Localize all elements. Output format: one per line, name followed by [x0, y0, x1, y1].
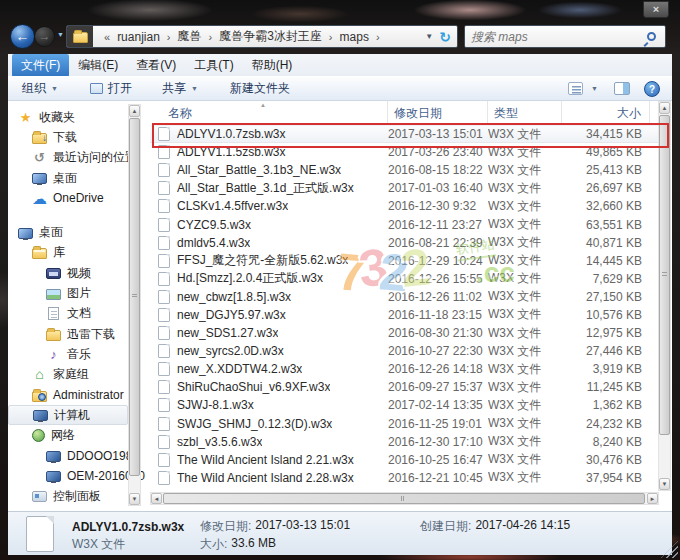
file-date: 2016-12-30 9:32 [388, 199, 488, 213]
file-type: W3X 文件 [488, 234, 562, 251]
search-icon[interactable] [647, 32, 656, 41]
organize-button[interactable]: 组织 ▼ [16, 77, 64, 100]
menu-item[interactable]: 查看(V) [127, 54, 185, 77]
preview-pane-icon[interactable] [614, 82, 630, 95]
table-row[interactable]: All_Star_Battle_3.1b3_NE.w3x 2016-08-15 … [150, 161, 658, 179]
history-dropdown-icon[interactable]: ▼ [57, 31, 64, 38]
sidebar-vertical-scrollbar[interactable]: ▲ ▼ [128, 104, 141, 506]
scrollbar-thumb[interactable] [163, 493, 645, 504]
scroll-up-button[interactable]: ▲ [129, 105, 140, 117]
table-row[interactable]: ShiRuChaoShui_v6.9XF.w3x 2016-09-27 15:3… [150, 378, 658, 396]
table-row[interactable]: CLSKv1.4.5ffver.w3x 2016-12-30 9:32 W3X … [150, 197, 658, 215]
file-date: 2016-12-26 11:02 [388, 290, 488, 304]
scroll-down-button[interactable]: ▼ [129, 493, 140, 505]
table-row[interactable]: new_syrcs2.0D.w3x 2016-10-27 22:30 W3X 文… [150, 342, 658, 360]
scroll-down-button[interactable]: ▼ [659, 478, 670, 490]
file-icon [158, 344, 170, 358]
file-type: W3X 文件 [488, 198, 562, 215]
breadcrumb-item[interactable]: ruanjian [115, 30, 162, 44]
menu-item[interactable]: 编辑(E) [69, 54, 127, 77]
file-name: szbl_v3.5.6.w3x [177, 435, 262, 449]
open-button[interactable]: 打开 [84, 77, 138, 100]
file-icon [158, 272, 170, 286]
file-type: W3X 文件 [488, 306, 562, 323]
address-dropdown-icon[interactable]: ▼ [419, 32, 439, 41]
address-bar[interactable]: « ruanjian › 魔兽 › 魔兽争霸3冰封王座 › [66, 25, 458, 48]
table-row[interactable]: new_DGJY5.97.w3x 2016-11-18 23:15 W3X 文件… [150, 306, 658, 324]
search-input[interactable] [471, 30, 647, 44]
close-button[interactable]: × [643, 1, 669, 18]
table-row[interactable]: Hd.[Smzz].2.0.4正式版.w3x 2016-12-26 15:55 … [150, 270, 658, 288]
back-button[interactable]: ← [10, 24, 35, 49]
selected-file-name: ADLYV1.0.7zsb.w3x [72, 520, 200, 534]
new-folder-button[interactable]: 新建文件夹 [224, 77, 296, 100]
table-row[interactable]: ADLYV1.1.5zsb.w3x 2017-03-26 23:40 W3X 文… [150, 143, 658, 161]
help-icon[interactable]: ? [644, 81, 660, 97]
file-name: new_DGJY5.97.w3x [177, 308, 286, 322]
file-type: W3X 文件 [488, 433, 562, 450]
table-row[interactable]: The Wild Ancient Island 2.28.w3x 2016-12… [150, 469, 658, 487]
scroll-left-button[interactable]: ◄ [151, 493, 162, 504]
file-icon [158, 236, 170, 250]
column-header-name[interactable]: 名称 ▲ [150, 101, 388, 125]
sidebar-item-icon [18, 228, 33, 239]
file-size: 14,445 KB [562, 254, 650, 268]
address-folder-badge [67, 26, 93, 47]
list-horizontal-scrollbar[interactable]: ◄ ► [150, 492, 659, 505]
column-header-size[interactable]: 大小 [562, 101, 650, 125]
scroll-up-button[interactable]: ▲ [659, 102, 670, 114]
list-vertical-scrollbar[interactable]: ▲ ▼ [658, 101, 671, 491]
scrollbar-thumb[interactable] [129, 118, 140, 476]
breadcrumb-separator-icon: › [162, 31, 176, 43]
menu-item[interactable]: 帮助(H) [243, 54, 302, 77]
views-icon[interactable] [568, 82, 583, 95]
breadcrumb-item[interactable]: 魔兽 [176, 28, 204, 45]
file-icon [158, 127, 170, 141]
sidebar-item-icon [46, 330, 61, 341]
scrollbar-thumb[interactable] [659, 115, 670, 435]
scroll-right-button[interactable]: ► [647, 493, 658, 504]
table-row[interactable]: szbl_v3.5.6.w3x 2016-12-30 17:10 W3X 文件 … [150, 433, 658, 451]
forward-button[interactable]: → [34, 26, 55, 47]
table-row[interactable]: dmldv5.4.w3x 2016-08-21 22:39 W3X 文件 40,… [150, 234, 658, 252]
sidebar-item[interactable]: 计算机 [8, 405, 128, 425]
sidebar-item-label: 图片 [67, 285, 91, 302]
column-header-type[interactable]: 类型 [488, 101, 562, 125]
file-size: 30,476 KB [562, 453, 650, 467]
file-name: new_SDS1.27.w3x [177, 326, 278, 340]
share-button[interactable]: 共享 ▼ [156, 77, 204, 100]
file-date: 2016-12-11 23:27 [388, 218, 488, 232]
breadcrumb-item[interactable]: 魔兽争霸3冰封王座 [217, 28, 324, 45]
table-row[interactable]: new_X.XDDTW4.2.w3x 2016-12-26 14:18 W3X … [150, 360, 658, 378]
file-size: 7,629 KB [562, 272, 650, 286]
table-row[interactable]: CYZC9.5.w3x 2016-12-11 23:27 W3X 文件 63,5… [150, 215, 658, 233]
sidebar-item-icon [33, 410, 48, 421]
table-row[interactable]: SWJG_SHMJ_0.12.3(D).w3x 2016-11-25 19:01… [150, 415, 658, 433]
scroll-up-icon: ▲ [132, 108, 138, 114]
column-date-label: 修改日期 [394, 105, 442, 122]
refresh-icon[interactable]: ↻ [439, 29, 457, 45]
file-name: Hd.[Smzz].2.0.4正式版.w3x [177, 270, 323, 287]
table-row[interactable]: new_cbwz[1.8.5].w3x 2016-12-26 11:02 W3X… [150, 288, 658, 306]
table-row[interactable]: The Wild Ancient Island 2.21.w3x 2016-10… [150, 451, 658, 469]
sidebar-item-label: Administrator [53, 388, 124, 402]
breadcrumb-separator-icon: › [324, 31, 338, 43]
menu-item[interactable]: 文件(F) [12, 54, 69, 77]
table-row[interactable]: All_Star_Battle_3.1d_正式版.w3x 2017-01-03 … [150, 179, 658, 197]
column-header-date[interactable]: 修改日期 [388, 101, 488, 125]
table-row[interactable]: new_SDS1.27.w3x 2016-08-30 21:30 W3X 文件 … [150, 324, 658, 342]
breadcrumb-item[interactable]: maps [338, 30, 371, 44]
table-row[interactable]: ADLYV1.0.7zsb.w3x 2017-03-13 15:01 W3X 文… [150, 125, 658, 143]
file-type: W3X 文件 [488, 361, 562, 378]
table-row[interactable]: FFSJ_魔之符咒-全新版5.62.w3x 2016-12-29 10:24 W… [150, 252, 658, 270]
column-type-label: 类型 [494, 105, 518, 122]
sidebar-item-icon [48, 307, 59, 320]
file-size: 25,413 KB [562, 163, 650, 177]
search-box[interactable] [464, 25, 666, 48]
file-size: 63,551 KB [562, 218, 650, 232]
menu-item[interactable]: 工具(T) [185, 54, 242, 77]
table-row[interactable]: SJWJ-8.1.w3x 2017-02-14 13:35 W3X 文件 1,3… [150, 396, 658, 414]
views-dropdown-icon[interactable]: ▼ [591, 85, 598, 92]
file-size: 12,975 KB [562, 326, 650, 340]
file-name: SJWJ-8.1.w3x [177, 398, 254, 412]
